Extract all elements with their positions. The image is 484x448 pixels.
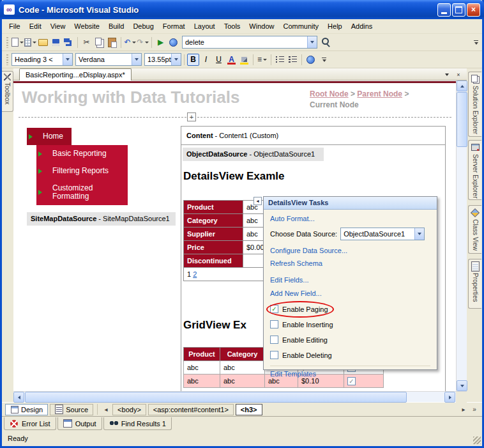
smart-tag-button[interactable]: ◂ (253, 197, 262, 205)
enable-deleting-checkbox[interactable] (270, 351, 278, 359)
menu-tools[interactable]: Tools (220, 20, 245, 32)
horizontal-scroll-thumb[interactable] (25, 392, 407, 403)
edit-fields-link[interactable]: Edit Fields... (270, 275, 430, 284)
cut-icon[interactable]: ✂ (80, 36, 93, 49)
menu-help[interactable]: Help (323, 20, 347, 32)
move-handle-icon[interactable]: + (187, 112, 196, 121)
close-button[interactable]: × (467, 3, 480, 17)
vertical-scrollbar[interactable] (456, 81, 467, 391)
italic-button[interactable]: I (200, 54, 212, 66)
bullet-list-icon[interactable] (287, 54, 299, 66)
add-item-icon[interactable] (24, 36, 36, 49)
save-all-icon[interactable] (63, 36, 75, 49)
find-results-tab[interactable]: Find Results 1 (103, 417, 172, 430)
tag-asp-content[interactable]: <asp:content#content1> (148, 404, 234, 415)
vertical-scroll-thumb[interactable] (457, 92, 467, 147)
bold-button[interactable]: B (187, 54, 199, 66)
design-tab[interactable]: Design (5, 404, 48, 415)
enable-editing-checkbox[interactable] (270, 336, 278, 344)
close-document-icon[interactable]: × (454, 70, 463, 79)
toolbox-tab[interactable]: Toolbox (2, 71, 13, 112)
enable-inserting-checkbox[interactable] (270, 320, 278, 328)
menu-window[interactable]: Window (245, 20, 278, 32)
scroll-down-icon[interactable] (457, 380, 467, 391)
dropdown-arrow-icon[interactable] (132, 54, 141, 65)
scroll-left-icon[interactable] (13, 392, 24, 403)
refresh-schema-link[interactable]: Refresh Schema (270, 259, 430, 268)
sitemapdatasource-control[interactable]: SiteMapDataSource - SiteMapDataSource1 (27, 212, 176, 226)
menu-format[interactable]: Format (158, 20, 190, 32)
open-file-icon[interactable] (37, 36, 49, 49)
output-tab[interactable]: Output (57, 417, 102, 430)
copy-icon[interactable] (93, 36, 105, 49)
toolbar-grip[interactable] (6, 37, 8, 48)
font-color-icon[interactable]: A (225, 54, 238, 66)
redo-icon[interactable]: ↷ (137, 36, 149, 49)
add-new-field-link[interactable]: Add New Field... (270, 289, 430, 298)
configure-data-source-link[interactable]: Configure Data Source... (270, 246, 430, 255)
nav-menu-home[interactable]: Home (27, 128, 72, 145)
nav-menu-basic-reporting[interactable]: Basic Reporting (36, 145, 128, 162)
block-format-combobox[interactable]: Heading 3 < (11, 53, 73, 66)
source-tab[interactable]: Source (50, 404, 93, 415)
data-source-combobox[interactable]: ObjectDataSource1 (340, 228, 425, 240)
dropdown-arrow-icon[interactable] (307, 36, 317, 48)
toolbar-overflow-icon[interactable] (472, 36, 480, 49)
scroll-up-icon[interactable] (457, 81, 467, 91)
underline-button[interactable]: U (213, 54, 225, 66)
font-name-combobox[interactable]: Verdana (75, 53, 142, 66)
design-surface[interactable]: Working with Data Tutorials Root Node > … (13, 81, 456, 391)
menu-edit[interactable]: Edit (25, 20, 46, 32)
highlight-color-icon[interactable] (238, 54, 250, 66)
find-in-files-icon[interactable] (320, 36, 332, 49)
menu-community[interactable]: Community (278, 20, 323, 32)
tag-h3[interactable]: <h3> (236, 404, 262, 415)
auto-format-link[interactable]: Auto Format... (270, 214, 430, 223)
class-view-tab[interactable]: Class View (468, 205, 481, 254)
tag-nav-next-icon[interactable]: ▸ (459, 405, 468, 415)
menu-file[interactable]: File (4, 20, 25, 32)
dropdown-arrow-icon[interactable] (414, 228, 424, 240)
menu-debug[interactable]: Debug (128, 20, 158, 32)
minimize-button[interactable] (437, 3, 451, 17)
solution-explorer-tab[interactable]: Solution Explorer (468, 72, 481, 137)
error-list-tab[interactable]: Error List (4, 417, 56, 430)
new-file-icon[interactable] (11, 36, 24, 49)
menu-view[interactable]: View (46, 20, 70, 32)
toolbar-overflow-icon[interactable] (320, 54, 328, 66)
scroll-right-icon[interactable] (444, 392, 455, 403)
toolbar-grip[interactable] (6, 54, 8, 65)
menu-addins[interactable]: Addins (347, 20, 377, 32)
edit-templates-link[interactable]: Edit Templates (270, 369, 430, 378)
browse-icon[interactable] (167, 36, 179, 49)
breadcrumb-parent-link[interactable]: Parent Node (357, 89, 402, 98)
pager-page-2-link[interactable]: 2 (193, 270, 197, 278)
server-explorer-tab[interactable]: Server Explorer (468, 140, 481, 200)
dropdown-arrow-icon[interactable] (63, 54, 72, 65)
tag-nav-previous-icon[interactable]: ◂ (102, 405, 110, 415)
breadcrumb-root-link[interactable]: Root Node (310, 89, 349, 98)
nav-menu-filtering-reports[interactable]: Filtering Reports (36, 162, 128, 180)
horizontal-scrollbar[interactable] (13, 391, 467, 402)
active-files-dropdown-icon[interactable] (442, 70, 451, 79)
tag-body[interactable]: <body> (112, 404, 146, 415)
hyperlink-icon[interactable] (305, 54, 317, 66)
paste-icon[interactable] (106, 36, 118, 49)
enable-paging-checkbox[interactable]: ✓ (270, 305, 278, 313)
objectdatasource-control[interactable]: ObjectDataSource - ObjectDataSource1 (183, 148, 324, 161)
document-tab[interactable]: BasicReporting...eDisplay.aspx* (19, 68, 132, 81)
numbered-list-icon[interactable] (274, 54, 286, 66)
undo-icon[interactable]: ↶ (124, 36, 136, 49)
titlebar[interactable]: ∞ Code - Microsoft Visual Studio × (0, 0, 484, 19)
properties-tab[interactable]: Properties (468, 259, 481, 309)
font-size-combobox[interactable]: 13.55pt (144, 53, 181, 66)
menu-website[interactable]: Website (70, 20, 104, 32)
start-debug-icon[interactable]: ▶ (155, 36, 167, 49)
dropdown-arrow-icon[interactable] (171, 54, 181, 65)
alignment-icon[interactable]: ≡ (256, 54, 268, 66)
menu-layout[interactable]: Layout (190, 20, 220, 32)
restore-button[interactable] (452, 3, 465, 17)
menu-build[interactable]: Build (104, 20, 128, 32)
find-combobox[interactable]: delete (182, 36, 317, 49)
save-icon[interactable] (50, 36, 62, 49)
